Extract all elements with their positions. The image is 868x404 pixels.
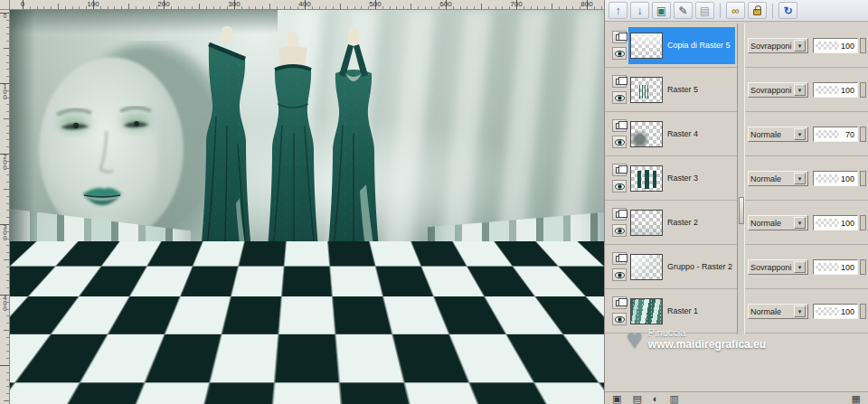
ruler-label: 0: [1, 13, 9, 18]
visibility-toggle[interactable]: [612, 91, 627, 104]
layer-thumbnail[interactable]: [630, 254, 663, 280]
visibility-toggle[interactable]: [612, 268, 627, 281]
edit-layer-icon: ✎: [678, 5, 687, 16]
opacity-field[interactable]: 100: [813, 259, 858, 275]
layers-toolbar: ↑ ↓ ▣ ✎ ▤ ∞ ↻: [605, 0, 868, 22]
opacity-field[interactable]: 70: [813, 127, 858, 142]
layer-type-button[interactable]: [612, 252, 627, 265]
ruler-label: 500: [366, 0, 384, 9]
splitter-grip: [739, 197, 744, 224]
opacity-value: 100: [841, 174, 854, 183]
layer-thumbnail[interactable]: [630, 210, 663, 236]
arrow-down-icon: ↓: [637, 5, 643, 16]
layer-type-button[interactable]: [612, 119, 627, 132]
layer-controls: [610, 296, 628, 325]
layer-type-button[interactable]: [612, 75, 627, 88]
eye-icon: [615, 272, 625, 278]
visibility-toggle[interactable]: [612, 180, 627, 193]
new-layer-button[interactable]: ▣: [652, 2, 671, 19]
layer-name[interactable]: Gruppo - Raster 2: [667, 262, 732, 271]
bottom-toolbar-icon-1[interactable]: ▣: [612, 393, 621, 404]
layer-main: Copia di Raster 5: [628, 27, 735, 64]
visibility-toggle[interactable]: [612, 47, 627, 60]
layer-name[interactable]: Raster 5: [667, 85, 698, 94]
canvas-image[interactable]: [10, 10, 604, 404]
palette-splitter[interactable]: [737, 23, 745, 334]
blend-mode-value: Normale: [750, 174, 781, 183]
opacity-field[interactable]: 100: [813, 215, 858, 230]
blend-mode-dropdown[interactable]: Normale ▾: [748, 304, 808, 319]
reset-button[interactable]: ↻: [778, 2, 797, 19]
edit-layer-button[interactable]: ✎: [674, 2, 693, 19]
layer-thumbnail[interactable]: [630, 33, 663, 59]
opacity-field[interactable]: 100: [813, 82, 858, 98]
ruler-label: 300: [225, 0, 243, 9]
layer-thumbnail[interactable]: [630, 77, 663, 103]
layer-thumbnail[interactable]: [630, 165, 663, 192]
bottom-toolbar-icon-4[interactable]: ▥: [669, 393, 678, 404]
layer-thumbnail[interactable]: [630, 121, 663, 147]
ruler-label: 100: [1, 83, 9, 99]
opacity-field[interactable]: 100: [813, 171, 858, 186]
opacity-value: 100: [841, 263, 854, 272]
layer-type-button[interactable]: [612, 31, 627, 43]
layer-thumbnail[interactable]: [630, 298, 663, 324]
layer-type-icon: [616, 34, 623, 41]
link-layers-button[interactable]: ∞: [726, 2, 745, 19]
visibility-toggle[interactable]: [612, 224, 627, 237]
layer-name[interactable]: Copia di Raster 5: [667, 41, 731, 50]
opacity-slider-button[interactable]: [860, 259, 866, 275]
layer-controls: [610, 75, 628, 104]
blend-mode-dropdown[interactable]: Sovrapponi ▾: [748, 259, 808, 275]
ruler-label: 200: [1, 154, 9, 170]
toolbar-separator: [720, 4, 721, 18]
bottom-toolbar-icon-5[interactable]: ▦: [852, 393, 861, 404]
layer-type-button[interactable]: [612, 164, 627, 176]
layer-type-icon: [616, 79, 623, 85]
visibility-toggle[interactable]: [612, 313, 627, 325]
opacity-slider-button[interactable]: [860, 215, 866, 230]
opacity-slider-button[interactable]: [860, 304, 866, 319]
layer-type-button[interactable]: [612, 296, 627, 309]
eye-icon: [615, 316, 625, 323]
opacity-slider-button[interactable]: [860, 127, 866, 142]
layer-name[interactable]: Raster 2: [667, 218, 698, 227]
visibility-toggle[interactable]: [612, 136, 627, 148]
layer-name[interactable]: Raster 1: [667, 306, 698, 315]
layer-name[interactable]: Raster 4: [667, 129, 698, 138]
blend-mode-value: Sovrapponi: [750, 263, 792, 272]
opacity-slider-button[interactable]: [860, 38, 866, 53]
arrow-up-button[interactable]: ↑: [609, 2, 627, 19]
blend-mode-dropdown[interactable]: Sovrapponi ▾: [748, 38, 808, 53]
lock-transparency-button[interactable]: [748, 2, 767, 19]
delete-layer-button[interactable]: ▤: [695, 2, 714, 19]
blend-mode-value: Sovrapponi: [750, 42, 792, 51]
chevron-down-icon: ▾: [794, 217, 806, 229]
layers-palette: ↑ ↓ ▣ ✎ ▤ ∞ ↻ Copia di Raster 5: [604, 0, 868, 404]
layer-type-icon: [616, 167, 623, 174]
gowns-group: [162, 17, 442, 347]
layer-name[interactable]: Raster 3: [667, 174, 698, 183]
opacity-value: 100: [841, 307, 854, 316]
opacity-value: 100: [841, 219, 854, 228]
blend-mode-dropdown[interactable]: Normale ▾: [748, 127, 808, 142]
bottom-toolbar-icon-3[interactable]: ◐: [653, 393, 659, 404]
arrow-down-button[interactable]: ↓: [630, 2, 649, 19]
blend-mode-dropdown[interactable]: Sovrapponi ▾: [748, 82, 808, 98]
layer-controls: [610, 208, 628, 237]
blend-mode-dropdown[interactable]: Normale ▾: [748, 171, 808, 186]
ruler-label: 800: [578, 0, 596, 9]
opacity-field[interactable]: 100: [813, 304, 858, 319]
bottom-toolbar-icon-2[interactable]: ▤: [632, 393, 641, 404]
layer-type-button[interactable]: [612, 208, 627, 221]
layer-controls: [610, 164, 628, 193]
ruler-label: 0: [14, 0, 32, 9]
opacity-field[interactable]: 100: [813, 38, 858, 53]
opacity-value: 70: [845, 130, 854, 139]
opacity-slider-button[interactable]: [860, 171, 866, 186]
horizontal-ruler[interactable]: 0 100 200 300 400 500 600 700 800: [10, 0, 604, 10]
opacity-slider-button[interactable]: [860, 82, 866, 98]
blend-mode-dropdown[interactable]: Normale ▾: [748, 215, 808, 230]
eye-icon: [615, 228, 625, 234]
vertical-ruler[interactable]: 0 100 200 300 400: [0, 10, 10, 404]
